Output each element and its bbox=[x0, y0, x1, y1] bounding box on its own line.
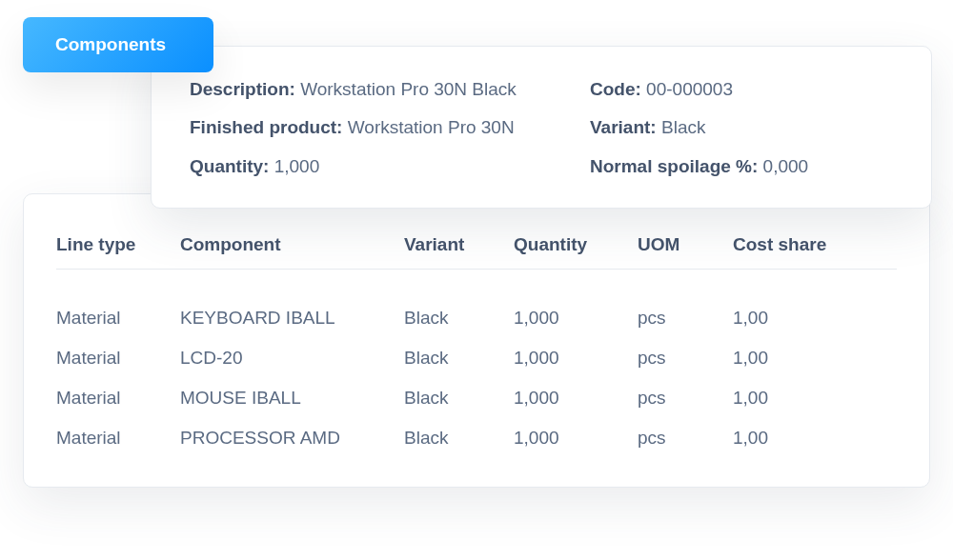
value-quantity: 1,000 bbox=[274, 156, 320, 176]
cell-quantity: 1,000 bbox=[514, 388, 638, 409]
label-code: Code: bbox=[590, 79, 641, 99]
field-normal-spoilage: Normal spoilage %: 0,000 bbox=[590, 152, 893, 181]
label-normal-spoilage: Normal spoilage %: bbox=[590, 156, 758, 176]
table-row[interactable]: Material LCD-20 Black 1,000 pcs 1,00 bbox=[56, 338, 897, 378]
cell-cost-share: 1,00 bbox=[733, 428, 897, 449]
table-row[interactable]: Material PROCESSOR AMD Black 1,000 pcs 1… bbox=[56, 418, 897, 458]
cell-quantity: 1,000 bbox=[514, 308, 638, 329]
cell-line-type: Material bbox=[56, 348, 180, 369]
cell-component: PROCESSOR AMD bbox=[180, 428, 404, 449]
cell-cost-share: 1,00 bbox=[733, 308, 897, 329]
components-table-card: Line type Component Variant Quantity UOM… bbox=[23, 193, 930, 488]
value-code: 00-000003 bbox=[646, 79, 733, 99]
table-header-row: Line type Component Variant Quantity UOM… bbox=[56, 234, 897, 270]
field-finished-product: Finished product: Workstation Pro 30N bbox=[190, 113, 590, 142]
col-header-uom: UOM bbox=[638, 234, 733, 255]
label-description: Description: bbox=[190, 79, 295, 99]
field-quantity: Quantity: 1,000 bbox=[190, 152, 590, 181]
cell-line-type: Material bbox=[56, 308, 180, 329]
cell-component: MOUSE IBALL bbox=[180, 388, 404, 409]
value-finished-product: Workstation Pro 30N bbox=[348, 117, 515, 137]
cell-uom: pcs bbox=[638, 428, 733, 449]
cell-component: KEYBOARD IBALL bbox=[180, 308, 404, 329]
table-row[interactable]: Material MOUSE IBALL Black 1,000 pcs 1,0… bbox=[56, 378, 897, 418]
tab-components[interactable]: Components bbox=[23, 17, 213, 72]
table-row[interactable]: Material KEYBOARD IBALL Black 1,000 pcs … bbox=[56, 298, 897, 338]
field-code: Code: 00-000003 bbox=[590, 75, 893, 104]
cell-uom: pcs bbox=[638, 388, 733, 409]
cell-variant: Black bbox=[404, 348, 514, 369]
col-header-component: Component bbox=[180, 234, 404, 255]
product-info-card: Description: Workstation Pro 30N Black C… bbox=[151, 46, 932, 209]
cell-quantity: 1,000 bbox=[514, 428, 638, 449]
cell-quantity: 1,000 bbox=[514, 348, 638, 369]
label-finished-product: Finished product: bbox=[190, 117, 342, 137]
col-header-line-type: Line type bbox=[56, 234, 180, 255]
cell-line-type: Material bbox=[56, 388, 180, 409]
cell-component: LCD-20 bbox=[180, 348, 404, 369]
cell-variant: Black bbox=[404, 428, 514, 449]
cell-variant: Black bbox=[404, 388, 514, 409]
label-variant: Variant: bbox=[590, 117, 657, 137]
components-table: Line type Component Variant Quantity UOM… bbox=[56, 234, 897, 458]
field-variant: Variant: Black bbox=[590, 113, 893, 142]
cell-line-type: Material bbox=[56, 428, 180, 449]
cell-uom: pcs bbox=[638, 308, 733, 329]
field-description: Description: Workstation Pro 30N Black bbox=[190, 75, 590, 104]
col-header-quantity: Quantity bbox=[514, 234, 638, 255]
value-normal-spoilage: 0,000 bbox=[763, 156, 809, 176]
cell-cost-share: 1,00 bbox=[733, 388, 897, 409]
cell-variant: Black bbox=[404, 308, 514, 329]
label-quantity: Quantity: bbox=[190, 156, 269, 176]
value-variant: Black bbox=[661, 117, 705, 137]
value-description: Workstation Pro 30N Black bbox=[300, 79, 517, 99]
col-header-cost-share: Cost share bbox=[733, 234, 897, 255]
cell-cost-share: 1,00 bbox=[733, 348, 897, 369]
col-header-variant: Variant bbox=[404, 234, 514, 255]
cell-uom: pcs bbox=[638, 348, 733, 369]
tab-label: Components bbox=[55, 34, 166, 54]
